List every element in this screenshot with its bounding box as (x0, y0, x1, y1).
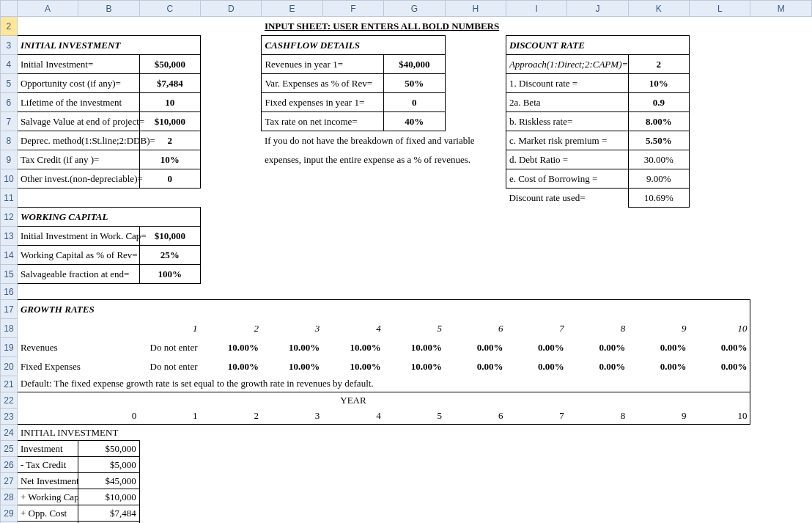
row-header[interactable]: 26 (1, 457, 18, 473)
ii-val[interactable]: $10,000 (78, 489, 139, 505)
growth-value[interactable]: 10.00% (322, 357, 383, 376)
cell-value[interactable]: 100% (139, 265, 200, 284)
row-header[interactable]: 6 (1, 93, 18, 112)
ii-val[interactable]: $45,000 (78, 473, 139, 489)
cell-label: Salvage Value at end of project= (17, 112, 139, 131)
growth-value[interactable]: 0.00% (690, 338, 750, 357)
ii-val[interactable]: $50,000 (78, 441, 139, 457)
year-num: 3 (262, 409, 322, 425)
growth-year: 7 (506, 319, 566, 338)
row-header[interactable]: 4 (1, 55, 18, 74)
growth-value[interactable]: 10.00% (201, 357, 262, 376)
growth-value[interactable]: 10.00% (384, 357, 445, 376)
growth-value[interactable]: 0.00% (567, 357, 628, 376)
cell-value[interactable]: 30.00% (628, 150, 689, 169)
col-F[interactable]: F (322, 1, 383, 17)
growth-value[interactable]: 0.00% (628, 338, 689, 357)
cell-value[interactable]: 9.00% (628, 169, 689, 189)
growth-value[interactable]: 0.00% (567, 338, 628, 357)
cell-value[interactable]: 0.9 (628, 93, 689, 112)
row-header[interactable]: 16 (1, 284, 18, 300)
col-E[interactable]: E (262, 1, 322, 17)
cell-label: 2a. Beta (506, 93, 628, 112)
growth-value[interactable]: 0.00% (628, 357, 689, 376)
row-header[interactable]: 2 (1, 17, 18, 36)
row-header[interactable]: 25 (1, 441, 18, 457)
row-header[interactable]: 23 (1, 409, 18, 425)
row-header[interactable]: 3 (1, 36, 18, 55)
col-M[interactable]: M (750, 1, 812, 17)
row-header[interactable]: 5 (1, 74, 18, 93)
row-header[interactable]: 18 (1, 319, 18, 338)
row-header[interactable]: 14 (1, 246, 18, 265)
cell-label: c. Market risk premium = (506, 131, 628, 150)
cell-value[interactable]: $40,000 (384, 55, 445, 74)
spreadsheet-grid[interactable]: A B C D E F G H I J K L M 2 INPUT SHEET:… (0, 0, 812, 523)
row-header[interactable]: 28 (1, 489, 18, 505)
cell-label: Opportunity cost (if any)= (17, 74, 139, 93)
row-header[interactable]: 21 (1, 376, 18, 392)
growth-value[interactable]: 0.00% (506, 357, 566, 376)
row-header[interactable]: 29 (1, 505, 18, 522)
col-A[interactable]: A (17, 1, 78, 17)
growth-year: 10 (690, 319, 750, 338)
col-K[interactable]: K (628, 1, 689, 17)
row-header[interactable]: 24 (1, 425, 18, 441)
growth-value[interactable]: 10.00% (262, 357, 322, 376)
cell-value[interactable]: 2 (628, 55, 689, 74)
ii-label: Net Investment (17, 473, 78, 489)
ii-val[interactable]: $5,000 (78, 457, 139, 473)
row-header[interactable]: 22 (1, 392, 18, 409)
row-header[interactable]: 17 (1, 300, 18, 319)
cell-value[interactable]: 5.50% (628, 131, 689, 150)
year-num: 4 (322, 409, 383, 425)
cell-value[interactable]: $7,484 (139, 74, 200, 93)
row-header[interactable]: 7 (1, 112, 18, 131)
cell-value[interactable]: 40% (384, 112, 445, 131)
cell-value[interactable]: $10,000 (139, 112, 200, 131)
growth-value[interactable]: 10.00% (322, 338, 383, 357)
ii-val[interactable]: $7,484 (78, 505, 139, 522)
row-header[interactable]: 9 (1, 150, 18, 169)
growth-row-label: Revenues (17, 338, 78, 357)
col-L[interactable]: L (690, 1, 750, 17)
col-G[interactable]: G (384, 1, 445, 17)
cell-label: Initial Investment in Work. Cap= (17, 227, 139, 246)
row-header[interactable]: 19 (1, 338, 18, 357)
growth-value[interactable]: 0.00% (445, 338, 506, 357)
cell-value[interactable]: $10,000 (139, 227, 200, 246)
col-H[interactable]: H (445, 1, 506, 17)
cell-value[interactable]: 10.69% (628, 189, 689, 208)
cell-value[interactable]: 0 (139, 169, 200, 189)
cell-value[interactable]: $50,000 (139, 55, 200, 74)
growth-value[interactable]: 10.00% (384, 338, 445, 357)
growth-value[interactable]: 0.00% (445, 357, 506, 376)
growth-value[interactable]: 0.00% (690, 357, 750, 376)
row-header[interactable]: 13 (1, 227, 18, 246)
row-header[interactable]: 15 (1, 265, 18, 284)
year-num: 8 (567, 409, 628, 425)
col-I[interactable]: I (506, 1, 566, 17)
cell-value[interactable]: 0 (384, 93, 445, 112)
row-header[interactable]: 10 (1, 169, 18, 189)
year-num: 2 (201, 409, 262, 425)
cell-value[interactable]: 10 (139, 93, 200, 112)
col-B[interactable]: B (78, 1, 139, 17)
row-header[interactable]: 12 (1, 208, 18, 227)
cell-value[interactable]: 25% (139, 246, 200, 265)
col-D[interactable]: D (201, 1, 262, 17)
row-header[interactable]: 20 (1, 357, 18, 376)
col-C[interactable]: C (139, 1, 200, 17)
row-header[interactable]: 27 (1, 473, 18, 489)
cell-value[interactable]: 10% (628, 74, 689, 93)
growth-value[interactable]: 10.00% (262, 338, 322, 357)
growth-value[interactable]: 0.00% (506, 338, 566, 357)
row-header[interactable]: 8 (1, 131, 18, 150)
col-J[interactable]: J (567, 1, 628, 17)
cell-value[interactable]: 10% (139, 150, 200, 169)
growth-value[interactable]: 10.00% (201, 338, 262, 357)
cell-value[interactable]: 50% (384, 74, 445, 93)
row-header[interactable]: 11 (1, 189, 18, 208)
growth-year: 9 (628, 319, 689, 338)
cell-value[interactable]: 8.00% (628, 112, 689, 131)
